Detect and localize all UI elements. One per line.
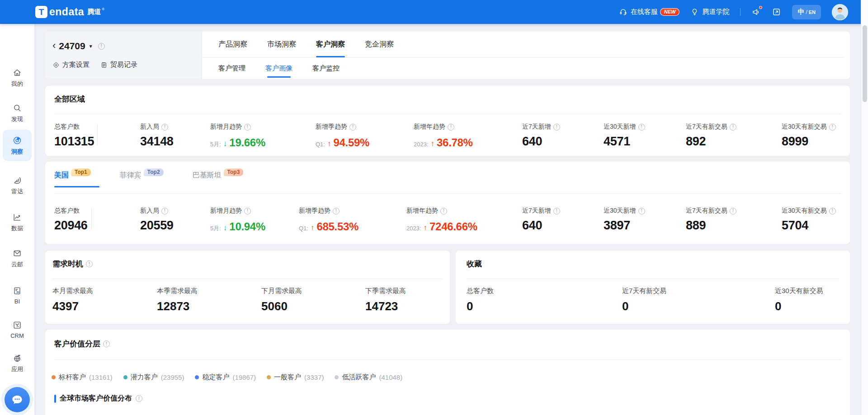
info-icon[interactable]: ! xyxy=(103,340,110,347)
sidebar-item-data[interactable]: 数据 xyxy=(3,206,32,238)
plan-settings-button[interactable]: 方案设置 xyxy=(52,61,90,69)
stat-new-7d: 近7天新增! 640 xyxy=(522,123,560,149)
language-toggle[interactable]: 中 / EN xyxy=(792,5,821,19)
stat-divider xyxy=(97,125,98,145)
info-icon[interactable]: ! xyxy=(829,208,836,214)
stat-monthly-trend: 新增月趋势! 5月: ↓ 10.94% xyxy=(210,207,265,233)
legend-benchmark-customers[interactable]: 标杆客户 (13161) xyxy=(52,373,113,382)
stat-fav-trades-30d: 近30天有新交易 0 xyxy=(775,287,823,313)
settings-icon xyxy=(52,61,60,69)
info-icon[interactable]: ! xyxy=(161,124,168,131)
sidebar-item-mine[interactable]: 我的 xyxy=(3,62,32,93)
info-icon[interactable]: ! xyxy=(829,124,836,131)
stat-total-customers: 总客户数 101315 xyxy=(54,123,94,149)
tab-market-insight[interactable]: 市场洞察 xyxy=(267,32,296,57)
online-service-link[interactable]: 在线客服 NEW xyxy=(619,8,680,16)
sidebar: 我的 发现 洞察 雷达 数据 云邮 BI BI CRM 应用 » xyxy=(0,24,34,415)
sub-tabs: 客户管理 客户画像 客户监控 xyxy=(218,57,340,79)
legend-inactive-customers[interactable]: 低活跃客户 (41048) xyxy=(335,373,402,382)
info-icon[interactable]: ! xyxy=(730,124,736,131)
info-icon[interactable]: ! xyxy=(553,208,560,214)
insight-icon xyxy=(12,135,22,145)
stat-yearly-trend: 新增年趋势! 2023: ↑ 7246.66% xyxy=(406,207,477,233)
info-icon[interactable]: ! xyxy=(638,124,645,131)
info-icon[interactable]: ! xyxy=(553,124,560,131)
country-card: 美国 Top1 菲律宾 Top2 巴基斯坦 Top3 总客户数 20946 新入… xyxy=(45,162,850,244)
stat-trades-7d: 近7天有新交易! 892 xyxy=(686,123,736,149)
academy-label: 腾道学院 xyxy=(702,8,729,16)
subtab-customer-profile[interactable]: 客户画像 xyxy=(265,57,292,79)
top1-badge: Top1 xyxy=(71,168,91,176)
info-icon[interactable]: ! xyxy=(730,208,736,214)
sidebar-item-discover[interactable]: 发现 xyxy=(3,97,32,129)
subtab-customer-monitoring[interactable]: 客户监控 xyxy=(312,57,340,79)
stat-divider xyxy=(91,209,92,229)
fullscreen-button[interactable] xyxy=(772,7,781,17)
divider xyxy=(467,279,839,279)
info-icon[interactable]: ! xyxy=(244,208,251,214)
plan-id[interactable]: 24709 xyxy=(59,41,85,51)
info-icon[interactable]: ! xyxy=(638,208,645,214)
info-icon[interactable]: ! xyxy=(161,208,168,214)
chat-support-button[interactable] xyxy=(5,387,30,412)
stat-fav-total: 总客户数 0 xyxy=(467,287,494,313)
legend-general-customers[interactable]: 一般客户 (3337) xyxy=(267,373,324,382)
info-icon[interactable]: ! xyxy=(448,124,454,131)
legend-potential-customers[interactable]: 潜力客户 (23955) xyxy=(123,373,184,382)
divider xyxy=(54,359,841,360)
stat-new-7d: 近7天新增! 640 xyxy=(522,207,560,233)
sidebar-item-bi[interactable]: BI BI xyxy=(3,280,32,311)
info-icon[interactable]: ! xyxy=(86,261,93,267)
header-actions: 在线客服 NEW 腾道学院 中 / EN xyxy=(619,0,848,24)
section-title: 收藏 xyxy=(467,259,482,269)
academy-link[interactable]: 腾道学院 xyxy=(690,8,729,16)
info-icon[interactable]: ! xyxy=(244,124,251,131)
legend-stable-customers[interactable]: 稳定客户 (19867) xyxy=(195,373,256,382)
sidebar-item-radar[interactable]: 雷达 xyxy=(3,169,32,201)
subtab-customer-management[interactable]: 客户管理 xyxy=(218,57,245,79)
trend-arrow-icon: ↑ xyxy=(424,224,428,233)
sidebar-item-cloudmail[interactable]: 云邮 xyxy=(3,242,32,274)
country-tab-usa[interactable]: 美国 Top1 xyxy=(54,171,91,187)
sidebar-item-insight[interactable]: 洞察 xyxy=(3,130,32,161)
divider xyxy=(54,114,841,114)
info-icon[interactable]: ! xyxy=(98,43,105,50)
toolbar-card: ‹ 24709 ▼ ! 方案设置 贸易记录 产品洞察 市场洞察 客户洞察 竞企洞… xyxy=(45,32,850,79)
trade-records-button[interactable]: 贸易记录 xyxy=(100,61,137,69)
tab-competitor-insight[interactable]: 竞企洞察 xyxy=(365,32,394,57)
language-separator: / xyxy=(806,9,807,15)
trend-arrow-icon: ↑ xyxy=(327,140,331,149)
divider xyxy=(54,193,841,194)
sidebar-item-apps[interactable]: 应用 xyxy=(3,347,32,379)
scrollbar-thumb[interactable] xyxy=(863,25,867,102)
back-button[interactable]: ‹ xyxy=(52,41,56,51)
trend-arrow-icon: ↑ xyxy=(431,140,435,149)
bulb-icon xyxy=(690,8,699,16)
tendata-logo[interactable]: T endata 腾道 ® xyxy=(35,0,104,24)
logo-mark-icon: T xyxy=(35,6,47,18)
language-other: EN xyxy=(809,9,816,15)
legend-dot-icon xyxy=(195,375,199,379)
top2-badge: Top2 xyxy=(144,168,164,176)
logo-registered-mark: ® xyxy=(102,7,104,11)
tab-customer-insight[interactable]: 客户洞察 xyxy=(316,32,345,57)
legend-dot-icon xyxy=(267,375,271,379)
info-icon[interactable]: ! xyxy=(136,395,142,402)
info-icon[interactable]: ! xyxy=(349,124,356,131)
announcements-button[interactable] xyxy=(751,7,761,17)
info-icon[interactable]: ! xyxy=(440,208,447,214)
avatar-person-icon xyxy=(832,4,848,20)
stat-fav-trades-7d: 近7天有新交易 0 xyxy=(622,287,666,313)
info-icon[interactable]: ! xyxy=(333,208,340,214)
section-title: 客户价值分层! xyxy=(54,339,110,349)
sidebar-item-crm[interactable]: CRM xyxy=(3,314,32,345)
globe-leaf-icon xyxy=(12,353,22,363)
tab-product-insight[interactable]: 产品洞察 xyxy=(218,32,247,57)
user-avatar[interactable] xyxy=(832,4,848,20)
country-tab-philippines[interactable]: 菲律宾 Top2 xyxy=(120,171,164,187)
trend-arrow-icon: ↑ xyxy=(311,224,315,233)
page-scrollbar[interactable] xyxy=(861,0,868,415)
all-regions-stats: 总客户数 101315 新入局! 34148 新增月趋势! 5月: ↓ 19.6… xyxy=(54,123,843,155)
country-tab-pakistan[interactable]: 巴基斯坦 Top3 xyxy=(193,171,244,187)
chevron-down-icon[interactable]: ▼ xyxy=(89,44,93,49)
